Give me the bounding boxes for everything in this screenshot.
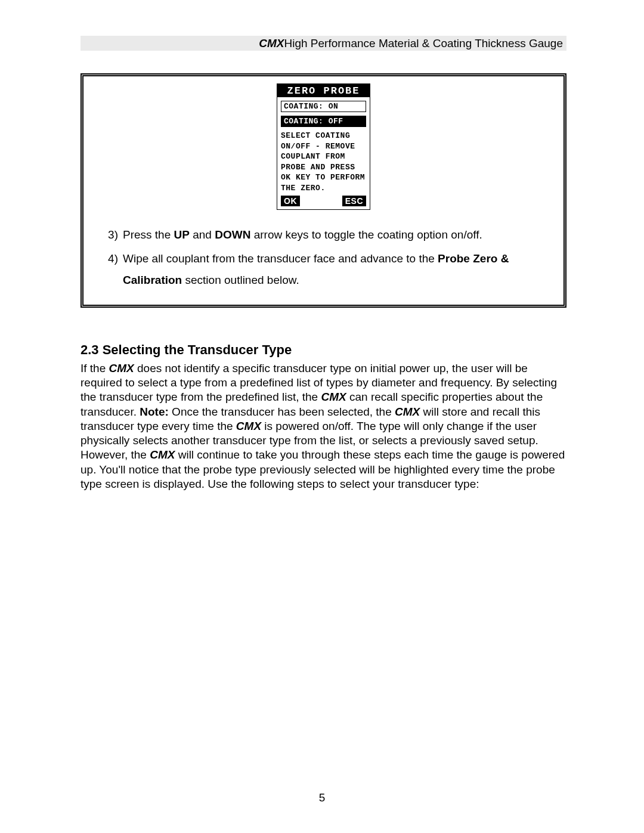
t: Once the transducer has been selected, t… [169, 405, 395, 418]
device-screen-wrap: ZERO PROBE COATING: ON COATING: OFF SELE… [100, 83, 547, 210]
msg-line: PROBE AND PRESS [281, 162, 366, 173]
brand-ref: CMX [150, 448, 175, 461]
step-number: 4) [100, 248, 123, 291]
instruction-panel: ZERO PROBE COATING: ON COATING: OFF SELE… [80, 73, 566, 308]
t: arrow keys to toggle the coating option … [250, 228, 482, 241]
device-screen: ZERO PROBE COATING: ON COATING: OFF SELE… [277, 83, 370, 210]
t: and [190, 228, 215, 241]
section-heading: 2.3 Selecting the Transducer Type [80, 342, 566, 358]
coating-off-option[interactable]: COATING: OFF [281, 116, 366, 127]
t: Wipe all couplant from the transducer fa… [123, 252, 438, 265]
screen-title: ZERO PROBE [277, 84, 370, 97]
screen-body: COATING: ON COATING: OFF SELECT COATING … [277, 97, 370, 196]
msg-line: THE ZERO. [281, 183, 366, 194]
coating-on-option[interactable]: COATING: ON [281, 101, 366, 112]
screen-footer: OK ESC [277, 196, 370, 209]
step-text: Press the UP and DOWN arrow keys to togg… [123, 224, 547, 246]
step-3: 3) Press the UP and DOWN arrow keys to t… [100, 224, 547, 246]
brand-ref: CMX [236, 420, 261, 432]
note-label: Note: [140, 405, 169, 418]
key-up: UP [174, 228, 190, 241]
esc-button[interactable]: ESC [342, 196, 366, 206]
step-number: 3) [100, 224, 123, 246]
brand-ref: CMX [321, 391, 346, 403]
brand-ref: CMX [109, 362, 134, 374]
step-4: 4) Wipe all couplant from the transducer… [100, 248, 547, 291]
msg-line: SELECT COATING [281, 131, 366, 141]
t: section outlined below. [182, 274, 299, 286]
step-list: 3) Press the UP and DOWN arrow keys to t… [100, 224, 547, 291]
page-header: CMX High Performance Material & Coating … [80, 36, 566, 51]
t: Press the [123, 228, 174, 241]
msg-line: ON/OFF - REMOVE [281, 141, 366, 152]
header-brand: CMX [259, 37, 284, 50]
brand-ref: CMX [395, 405, 420, 418]
section-paragraph: If the CMX does not identify a specific … [80, 361, 566, 492]
page-number: 5 [0, 791, 644, 804]
msg-line: COUPLANT FROM [281, 151, 366, 162]
t: If the [80, 362, 109, 374]
step-text: Wipe all couplant from the transducer fa… [123, 248, 547, 291]
key-down: DOWN [215, 228, 250, 241]
ok-button[interactable]: OK [281, 196, 300, 206]
msg-line: OK KEY TO PERFORM [281, 172, 366, 183]
header-tail: High Performance Material & Coating Thic… [284, 37, 564, 50]
screen-message: SELECT COATING ON/OFF - REMOVE COUPLANT … [281, 131, 366, 193]
